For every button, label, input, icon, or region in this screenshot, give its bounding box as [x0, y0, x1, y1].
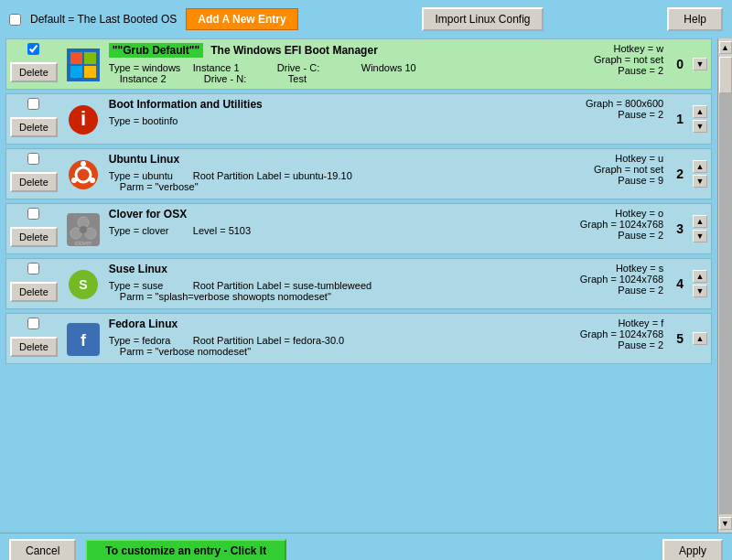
- arrow-col: ▲▼: [693, 215, 707, 242]
- hotkey-label: Hotkey = u: [535, 153, 663, 164]
- hotkey-label: Hotkey = f: [535, 318, 663, 328]
- customize-button[interactable]: To customize an entry - Click It: [85, 539, 286, 560]
- scroll-thumb[interactable]: [719, 57, 732, 93]
- delete-button[interactable]: Delete: [10, 172, 58, 192]
- move-down-button[interactable]: ▼: [693, 175, 707, 188]
- entry-number: 2: [676, 167, 684, 181]
- prop-value: Root Partition Label = ubuntu-19.10: [193, 170, 352, 181]
- prop-value: Type = ubuntu: [109, 170, 182, 181]
- arrow-col: ▲: [693, 332, 707, 345]
- svg-text:S: S: [79, 277, 87, 292]
- entry-icon-ubuntu: [63, 155, 103, 195]
- pause-label: Pause = 2: [535, 285, 663, 296]
- table-row[interactable]: Delete Ubuntu LinuxType = ubuntuRoot Par…: [5, 148, 712, 199]
- list-item: Type = suseRoot Partition Label = suse-t…: [109, 280, 530, 291]
- prop-value: Instance 2: [120, 73, 193, 84]
- prop-value: Instance 1: [193, 62, 266, 73]
- scroll-down-button[interactable]: ▼: [719, 517, 732, 530]
- import-linux-button[interactable]: Import Linux Config: [422, 7, 543, 31]
- graph-label: Graph = 800x600: [535, 98, 663, 109]
- prop-value: Type = fedora: [109, 335, 182, 346]
- entry-title: Fedora Linux: [109, 318, 178, 330]
- scroll-track: [719, 57, 732, 514]
- list-item: Type = bootinfo: [109, 115, 530, 126]
- bottom-bar: Cancel To customize an entry - Click It …: [0, 533, 732, 560]
- entry-number: 0: [676, 57, 684, 71]
- move-down-button[interactable]: ▼: [693, 58, 707, 70]
- svg-rect-3: [70, 66, 82, 78]
- move-down-button[interactable]: ▼: [693, 120, 707, 133]
- pause-label: Pause = 2: [535, 65, 663, 76]
- entry-title: The Windows EFI Boot Manager: [210, 44, 378, 57]
- list-item: Parm = "verbose": [109, 181, 530, 192]
- entry-title: Boot Information and Utilities: [109, 98, 263, 111]
- move-up-button[interactable]: ▲: [693, 215, 707, 228]
- entry-details: ""Grub Default""The Windows EFI Boot Man…: [109, 43, 530, 84]
- entry-icon-suse: S: [63, 264, 103, 305]
- list-item: Parm = "verbose nomodeset": [109, 346, 530, 357]
- graph-label: Graph = 1024x768: [535, 219, 663, 230]
- svg-point-16: [80, 226, 87, 233]
- help-button[interactable]: Help: [667, 7, 723, 31]
- entry-details: Fedora LinuxType = fedoraRoot Partition …: [109, 318, 530, 357]
- hotkey-label: Hotkey = s: [535, 263, 663, 274]
- entry-checkbox[interactable]: [27, 43, 39, 55]
- move-down-button[interactable]: ▼: [693, 285, 707, 297]
- arrow-col: ▼: [693, 58, 707, 70]
- entry-right: Hotkey = sGraph = 1024x768Pause = 2: [535, 263, 663, 296]
- entry-icon-bootinfo: i: [63, 100, 103, 140]
- apply-button[interactable]: Apply: [662, 539, 723, 560]
- move-down-button[interactable]: ▼: [693, 230, 707, 242]
- grub-label: ""Grub Default"": [109, 43, 203, 58]
- entry-checkbox[interactable]: [27, 98, 39, 110]
- scroll-up-button[interactable]: ▲: [719, 41, 732, 54]
- delete-button[interactable]: Delete: [10, 337, 58, 357]
- graph-label: Graph = not set: [535, 164, 663, 175]
- list-item: Instance 2Drive - N:Test: [109, 73, 530, 84]
- delete-button[interactable]: Delete: [10, 62, 58, 82]
- pause-label: Pause = 2: [535, 230, 663, 241]
- entry-details: Ubuntu LinuxType = ubuntuRoot Partition …: [109, 153, 530, 192]
- move-up-button[interactable]: ▲: [693, 105, 707, 118]
- table-row[interactable]: Delete clover Clover for OSXType = clove…: [5, 203, 712, 254]
- entry-details: Suse LinuxType = suseRoot Partition Labe…: [109, 263, 530, 302]
- svg-rect-1: [70, 52, 82, 64]
- list-item: Type = fedoraRoot Partition Label = fedo…: [109, 335, 530, 346]
- entry-checkbox[interactable]: [27, 263, 39, 275]
- delete-button[interactable]: Delete: [10, 227, 58, 247]
- scrollbar: ▲ ▼: [717, 38, 732, 533]
- prop-value: Drive - N:: [204, 73, 277, 84]
- move-up-button[interactable]: ▲: [693, 270, 707, 283]
- move-up-button[interactable]: ▲: [693, 332, 707, 345]
- prop-value: Parm = "verbose nomodeset": [120, 346, 251, 357]
- entry-checkbox[interactable]: [27, 208, 39, 220]
- list-item: Type = windowsInstance 1Drive - C:Window…: [109, 62, 530, 73]
- add-entry-button[interactable]: Add A New Entry: [186, 8, 297, 30]
- prop-value: Parm = "splash=verbose showopts nomodese…: [120, 291, 331, 302]
- prop-value: Type = clover: [109, 225, 182, 236]
- svg-text:clover: clover: [74, 240, 92, 246]
- table-row[interactable]: Delete i Boot Information and UtilitiesT…: [5, 93, 712, 145]
- move-up-button[interactable]: ▲: [693, 160, 707, 173]
- entry-checkbox[interactable]: [27, 318, 39, 329]
- entry-title: Suse Linux: [109, 263, 167, 275]
- entry-number: 1: [676, 112, 684, 126]
- hotkey-label: Hotkey = o: [535, 208, 663, 219]
- cancel-button[interactable]: Cancel: [9, 539, 76, 560]
- table-row[interactable]: Delete ""Grub Default""The Windows EFI B…: [5, 38, 712, 90]
- table-row[interactable]: Delete f Fedora LinuxType = fedoraRoot P…: [5, 313, 712, 364]
- entry-checkbox[interactable]: [27, 153, 39, 165]
- svg-point-9: [81, 161, 86, 167]
- delete-button[interactable]: Delete: [10, 282, 58, 302]
- svg-point-10: [90, 178, 95, 183]
- default-checkbox[interactable]: [9, 14, 21, 26]
- table-row[interactable]: Delete S Suse LinuxType = suseRoot Parti…: [5, 258, 712, 309]
- delete-button[interactable]: Delete: [10, 117, 58, 137]
- arrow-col: ▲▼: [693, 105, 707, 133]
- entry-right: Hotkey = uGraph = not setPause = 9: [535, 153, 663, 186]
- prop-value: Root Partition Label = fedora-30.0: [193, 335, 344, 346]
- prop-value: Drive - C:: [277, 62, 350, 73]
- graph-label: Graph = 1024x768: [535, 328, 663, 339]
- list-item: Type = ubuntuRoot Partition Label = ubun…: [109, 170, 530, 181]
- entry-number: 4: [676, 276, 684, 291]
